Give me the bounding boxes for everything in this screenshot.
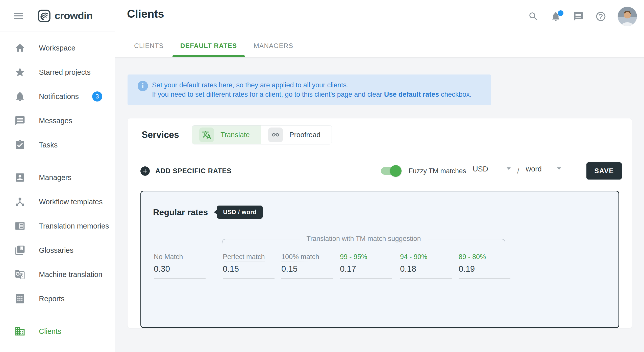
add-specific-rates-button[interactable]: ADD SPECIFIC RATES bbox=[140, 166, 232, 176]
unit-select[interactable]: word bbox=[526, 165, 561, 177]
g-translate-icon bbox=[14, 269, 26, 280]
service-translate-button[interactable]: Translate bbox=[192, 125, 261, 144]
banner-line2-bold: Use default rates bbox=[384, 91, 439, 98]
main-area: Clients bbox=[115, 0, 644, 352]
sidebar-item-starred-projects[interactable]: Starred projects bbox=[0, 60, 115, 84]
currency-value: USD bbox=[473, 165, 488, 173]
sidebar-item-label: Starred projects bbox=[39, 68, 91, 77]
star-icon bbox=[14, 67, 26, 78]
rate-input-89-80[interactable] bbox=[459, 264, 510, 279]
sidebar-item-label: Tasks bbox=[39, 141, 58, 149]
rate-column-no-match: No Match bbox=[154, 253, 223, 279]
unit-value: word bbox=[526, 165, 542, 173]
sidebar-item-label: Clients bbox=[39, 327, 61, 336]
help-icon bbox=[595, 11, 606, 22]
tm-card-icon bbox=[14, 220, 26, 232]
sidebar-item-label: Workflow templates bbox=[39, 198, 103, 206]
crowdin-logo[interactable]: crowdin bbox=[37, 9, 92, 23]
unit-separator: / bbox=[517, 167, 519, 175]
message-icon bbox=[14, 115, 26, 126]
sidebar-nav: Workspace Starred projects Notifications… bbox=[0, 32, 115, 343]
sidebar-item-workspace[interactable]: Workspace bbox=[0, 36, 115, 60]
rate-input-perfect-match[interactable] bbox=[223, 264, 275, 279]
rate-columns: No Match Perfect match 100% match 9 bbox=[154, 253, 517, 279]
rate-column-94-90: 94 - 90% bbox=[400, 253, 459, 279]
service-proofread-label: Proofread bbox=[289, 131, 320, 139]
tab-managers[interactable]: MANAGERS bbox=[254, 42, 293, 57]
hamburger-menu-icon[interactable] bbox=[14, 11, 23, 21]
sidebar-item-clients[interactable]: Clients bbox=[0, 319, 115, 343]
sidebar-item-translation-memories[interactable]: Translation memories bbox=[0, 214, 115, 238]
banner-line2: If you need to set different rates for a… bbox=[152, 90, 484, 99]
sidebar-item-label: Notifications bbox=[39, 92, 79, 101]
chevron-down-icon bbox=[557, 167, 561, 170]
tab-clients[interactable]: CLIENTS bbox=[134, 42, 164, 57]
messages-button[interactable] bbox=[573, 11, 584, 22]
sidebar-item-machine-translation[interactable]: Machine translation bbox=[0, 262, 115, 287]
rate-column-100-match: 100% match bbox=[281, 253, 340, 279]
sidebar-item-label: Managers bbox=[39, 173, 71, 182]
person-card-icon bbox=[14, 172, 26, 183]
notifications-count-badge: 3 bbox=[92, 91, 102, 102]
tab-bar: CLIENTS DEFAULT RATES MANAGERS bbox=[134, 42, 293, 57]
user-avatar[interactable] bbox=[618, 7, 637, 26]
rate-label: 100% match bbox=[281, 253, 340, 262]
crowdin-wordmark: crowdin bbox=[55, 10, 92, 22]
bracket-line-right bbox=[428, 239, 505, 243]
books-bookmark-icon bbox=[14, 245, 26, 256]
sidebar-item-label: Messages bbox=[39, 117, 72, 125]
info-banner: i Set your default rates here, so they a… bbox=[128, 74, 491, 105]
service-switcher: Translate Proofread bbox=[192, 125, 332, 144]
calculator-icon bbox=[14, 293, 26, 304]
sidebar-item-messages[interactable]: Messages bbox=[0, 109, 115, 133]
currency-select[interactable]: USD bbox=[473, 165, 511, 177]
rate-label: No Match bbox=[154, 253, 223, 262]
rates-toolbar: ADD SPECIFIC RATES Fuzzy TM matches USD … bbox=[128, 151, 632, 191]
banner-line1: Set your default rates here, so they are… bbox=[152, 81, 484, 90]
sidebar-item-notifications[interactable]: Notifications 3 bbox=[0, 84, 115, 109]
currency-unit-badge: USD / word bbox=[217, 206, 263, 219]
service-translate-label: Translate bbox=[220, 131, 250, 139]
sidebar-divider bbox=[10, 315, 105, 315]
glasses-icon bbox=[268, 128, 283, 142]
workflow-hub-icon bbox=[14, 196, 26, 207]
chat-icon bbox=[573, 11, 584, 22]
rate-input-94-90[interactable] bbox=[400, 264, 452, 279]
sidebar-item-reports[interactable]: Reports bbox=[0, 287, 115, 311]
rate-input-no-match[interactable] bbox=[154, 264, 206, 279]
page-content: i Set your default rates here, so they a… bbox=[115, 58, 644, 352]
sidebar-divider bbox=[10, 161, 105, 161]
page-header: Clients bbox=[115, 0, 644, 58]
rate-input-99-95[interactable] bbox=[340, 264, 392, 279]
rate-label: 89 - 80% bbox=[459, 253, 517, 262]
regular-rates-panel: Regular rates USD / word Translation wit… bbox=[140, 191, 619, 328]
tm-match-group-label: Translation with TM match suggestion bbox=[306, 235, 421, 243]
save-button[interactable]: SAVE bbox=[586, 162, 622, 180]
unread-notification-dot bbox=[558, 10, 563, 16]
banner-line2-prefix: If you need to set different rates for a… bbox=[152, 91, 384, 98]
avatar-photo bbox=[618, 7, 637, 26]
search-button[interactable] bbox=[528, 11, 539, 22]
sidebar-item-tasks[interactable]: Tasks bbox=[0, 133, 115, 157]
sidebar-item-workflow-templates[interactable]: Workflow templates bbox=[0, 190, 115, 214]
toggle-knob bbox=[390, 165, 402, 177]
rate-label: 99 - 95% bbox=[340, 253, 400, 262]
rate-column-perfect-match: Perfect match bbox=[223, 253, 281, 279]
help-button[interactable] bbox=[595, 11, 606, 22]
add-specific-rates-label: ADD SPECIFIC RATES bbox=[155, 167, 232, 175]
fuzzy-tm-toggle[interactable] bbox=[381, 167, 400, 175]
service-proofread-button[interactable]: Proofread bbox=[261, 125, 332, 144]
home-icon bbox=[14, 42, 26, 54]
translate-icon bbox=[199, 128, 214, 142]
sidebar: crowdin Workspace Starred projects Notif… bbox=[0, 0, 115, 352]
tm-match-group-bracket: Translation with TM match suggestion bbox=[222, 235, 505, 243]
sidebar-item-label: Translation memories bbox=[39, 222, 109, 230]
sidebar-item-label: Machine translation bbox=[39, 270, 102, 279]
regular-rates-title: Regular rates bbox=[153, 207, 208, 217]
rate-input-100-match[interactable] bbox=[281, 264, 333, 279]
notifications-button[interactable] bbox=[550, 11, 561, 22]
sidebar-item-label: Workspace bbox=[39, 44, 76, 52]
tab-default-rates[interactable]: DEFAULT RATES bbox=[180, 42, 237, 57]
sidebar-item-glossaries[interactable]: Glossaries bbox=[0, 238, 115, 262]
sidebar-item-managers[interactable]: Managers bbox=[0, 165, 115, 190]
